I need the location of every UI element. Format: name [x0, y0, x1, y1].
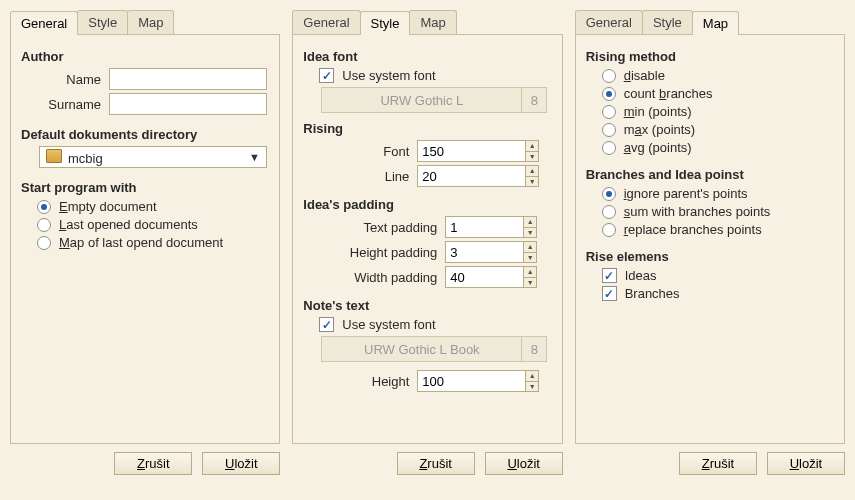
- heightpad-label: Height padding: [303, 245, 437, 260]
- widthpad-field[interactable]: [445, 266, 523, 288]
- tab-map[interactable]: Map: [127, 10, 174, 34]
- bp-sum-radio[interactable]: sum with branches points: [602, 204, 834, 219]
- textpad-label: Text padding: [303, 220, 437, 235]
- note-height-label: Height: [303, 374, 409, 389]
- save-button[interactable]: Uložit: [202, 452, 280, 475]
- bp-replace-label: replace branches points: [624, 222, 762, 237]
- note-title: Note's text: [303, 298, 551, 313]
- docdir-title: Default dokuments directory: [21, 127, 269, 142]
- ideafont-title: Idea font: [303, 49, 551, 64]
- tabbody-map: Rising method disable count branches min…: [575, 34, 845, 444]
- note-height-field[interactable]: [417, 370, 525, 392]
- tab-style[interactable]: Style: [642, 10, 693, 34]
- tab-general[interactable]: General: [292, 10, 360, 34]
- rising-line-field[interactable]: [417, 165, 525, 187]
- rm-avg-radio[interactable]: avg (points): [602, 140, 834, 155]
- tabbody-style: Idea font Use system font URW Gothic L 8…: [292, 34, 562, 444]
- surname-label: Surname: [39, 97, 101, 112]
- rising-font-field[interactable]: [417, 140, 525, 162]
- ideafont-picker: URW Gothic L 8: [321, 87, 547, 113]
- textpad-field[interactable]: [445, 216, 523, 238]
- surname-field[interactable]: [109, 93, 267, 115]
- notefont-name: URW Gothic L Book: [322, 342, 521, 357]
- radio-icon: [602, 69, 616, 83]
- rm-disable-radio[interactable]: disable: [602, 68, 834, 83]
- checkbox-icon: [319, 317, 334, 332]
- spinner-buttons[interactable]: ▲▼: [523, 216, 537, 238]
- checkbox-icon: [602, 268, 617, 283]
- folder-icon: [46, 149, 62, 163]
- save-button[interactable]: Uložit: [485, 452, 563, 475]
- start-empty-radio[interactable]: Empty document: [37, 199, 269, 214]
- tab-map[interactable]: Map: [692, 11, 739, 35]
- radio-icon: [37, 200, 51, 214]
- radio-icon: [602, 123, 616, 137]
- cancel-button[interactable]: Zrušit: [114, 452, 192, 475]
- tab-general[interactable]: General: [575, 10, 643, 34]
- ideafont-size: 8: [521, 88, 546, 112]
- cancel-button[interactable]: Zrušit: [679, 452, 757, 475]
- bp-ignore-label: ignore parent's points: [624, 186, 748, 201]
- ideafont-usesys-label: Use system font: [342, 68, 435, 83]
- note-usesys-label: Use system font: [342, 317, 435, 332]
- rm-count-radio[interactable]: count branches: [602, 86, 834, 101]
- tab-general[interactable]: General: [10, 11, 78, 35]
- checkbox-icon: [319, 68, 334, 83]
- name-label: Name: [39, 72, 101, 87]
- checkbox-icon: [602, 286, 617, 301]
- rm-max-radio[interactable]: max (points): [602, 122, 834, 137]
- rise-branches-label: Branches: [625, 286, 680, 301]
- panel-general: General Style Map Author Name Surname De…: [10, 10, 280, 475]
- rise-ideas-check[interactable]: Ideas: [602, 268, 834, 283]
- bp-replace-radio[interactable]: replace branches points: [602, 222, 834, 237]
- tabbar: General Style Map: [10, 10, 280, 34]
- docdir-combo[interactable]: mcbig ▼: [39, 146, 267, 168]
- rm-max-label: max (points): [624, 122, 696, 137]
- note-usesys-check[interactable]: Use system font: [319, 317, 551, 332]
- spinner-buttons[interactable]: ▲▼: [525, 370, 539, 392]
- cancel-button[interactable]: Zrušit: [397, 452, 475, 475]
- spinner-buttons[interactable]: ▲▼: [525, 140, 539, 162]
- rm-count-label: count branches: [624, 86, 713, 101]
- rm-avg-label: avg (points): [624, 140, 692, 155]
- start-map-radio[interactable]: Map of last opend document: [37, 235, 269, 250]
- start-last-label: Last opened documents: [59, 217, 198, 232]
- tab-style[interactable]: Style: [77, 10, 128, 34]
- radio-icon: [602, 87, 616, 101]
- chevron-down-icon: ▼: [249, 151, 260, 163]
- panel-style: General Style Map Idea font Use system f…: [292, 10, 562, 475]
- name-field[interactable]: [109, 68, 267, 90]
- branches-title: Branches and Idea poinst: [586, 167, 834, 182]
- widthpad-label: Width padding: [303, 270, 437, 285]
- bp-ignore-radio[interactable]: ignore parent's points: [602, 186, 834, 201]
- save-button[interactable]: Uložit: [767, 452, 845, 475]
- rising-title: Rising: [303, 121, 551, 136]
- start-empty-label: Empty document: [59, 199, 157, 214]
- start-map-label: Map of last opend document: [59, 235, 223, 250]
- radio-icon: [602, 205, 616, 219]
- author-title: Author: [21, 49, 269, 64]
- notefont-size: 8: [521, 337, 546, 361]
- spinner-buttons[interactable]: ▲▼: [523, 266, 537, 288]
- rise-branches-check[interactable]: Branches: [602, 286, 834, 301]
- spinner-buttons[interactable]: ▲▼: [525, 165, 539, 187]
- tab-map[interactable]: Map: [409, 10, 456, 34]
- rm-disable-label: disable: [624, 68, 665, 83]
- notefont-picker: URW Gothic L Book 8: [321, 336, 547, 362]
- radio-icon: [602, 223, 616, 237]
- ideafont-name: URW Gothic L: [322, 93, 521, 108]
- rm-min-radio[interactable]: min (points): [602, 104, 834, 119]
- tabbar: General Style Map: [575, 10, 845, 34]
- rising-line-label: Line: [303, 169, 409, 184]
- rise-elems-title: Rise elemens: [586, 249, 834, 264]
- heightpad-field[interactable]: [445, 241, 523, 263]
- tabbody-general: Author Name Surname Default dokuments di…: [10, 34, 280, 444]
- start-last-radio[interactable]: Last opened documents: [37, 217, 269, 232]
- panel-map: General Style Map Rising method disable …: [575, 10, 845, 475]
- radio-icon: [37, 218, 51, 232]
- radio-icon: [602, 141, 616, 155]
- ideafont-usesys-check[interactable]: Use system font: [319, 68, 551, 83]
- rm-min-label: min (points): [624, 104, 692, 119]
- spinner-buttons[interactable]: ▲▼: [523, 241, 537, 263]
- tab-style[interactable]: Style: [360, 11, 411, 35]
